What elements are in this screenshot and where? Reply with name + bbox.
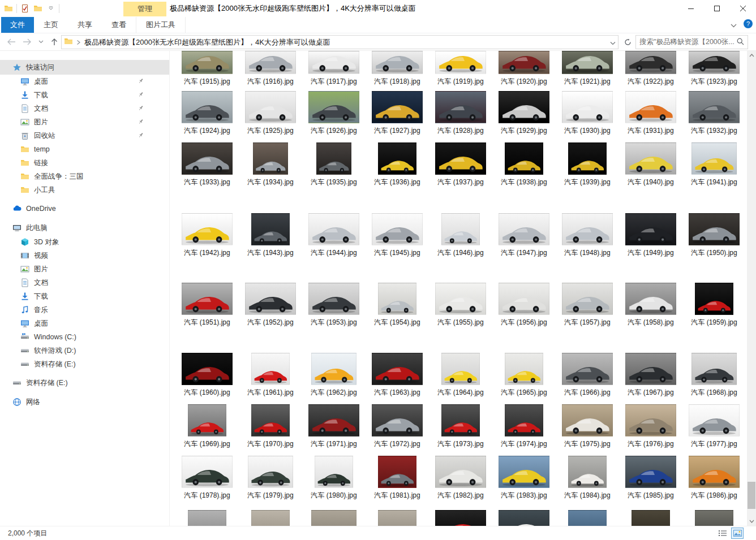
file-item[interactable]: 汽车 (1922).jpg	[619, 51, 682, 87]
file-thumbnail[interactable]	[441, 404, 480, 437]
file-item[interactable]: 汽车 (1976).jpg	[619, 404, 682, 449]
sidebar-item-quick-access[interactable]: 快速访问	[0, 60, 169, 75]
file-item[interactable]: 汽车 (1921).jpg	[556, 51, 619, 87]
up-icon[interactable]	[48, 35, 61, 49]
file-thumbnail[interactable]	[691, 142, 737, 175]
file-thumbnail[interactable]	[435, 283, 486, 315]
folder-icon[interactable]	[33, 3, 43, 14]
file-thumbnail[interactable]	[505, 404, 543, 437]
sidebar-item-network[interactable]: 网络	[0, 395, 169, 409]
file-item[interactable]: 汽车 (1929).jpg	[492, 91, 556, 136]
file-thumbnail[interactable]	[372, 91, 423, 123]
file-item[interactable]: 汽车 (1934).jpg	[239, 142, 302, 187]
file-thumbnail[interactable]	[315, 456, 353, 488]
maximize-button[interactable]	[704, 0, 730, 17]
sidebar-item-pc-4[interactable]: 下载	[0, 290, 169, 303]
sidebar-item-5[interactable]: temp	[0, 142, 169, 156]
sidebar-item-1[interactable]: 下载	[0, 88, 169, 102]
file-thumbnail[interactable]	[182, 353, 233, 385]
file-item[interactable]: 汽车 (1991).jpg	[429, 510, 492, 526]
file-item[interactable]: 汽车 (1959).jpg	[682, 283, 746, 327]
file-thumbnail[interactable]	[568, 510, 607, 526]
search-input[interactable]: 搜索"极品稀缺资源【2000张...	[635, 35, 748, 49]
file-thumbnail[interactable]	[505, 353, 543, 385]
file-item[interactable]: 汽车 (1932).jpg	[682, 91, 746, 136]
file-thumbnail[interactable]	[441, 213, 480, 245]
file-item[interactable]: 汽车 (1994).jpg	[619, 510, 682, 526]
file-item[interactable]: 汽车 (1949).jpg	[619, 213, 682, 258]
file-thumbnail[interactable]	[689, 51, 740, 74]
breadcrumb[interactable]: 极品稀缺资源【2000张无水印超级跑车壁纸图片】，4K大分辨率可以做桌面	[84, 37, 610, 47]
file-item[interactable]: 汽车 (1971).jpg	[302, 404, 366, 449]
file-item[interactable]: 汽车 (1947).jpg	[492, 213, 556, 258]
file-thumbnail[interactable]	[625, 456, 676, 488]
file-thumbnail[interactable]	[499, 91, 549, 123]
sidebar-item-0[interactable]: 桌面	[0, 75, 169, 88]
file-item[interactable]: 汽车 (1985).jpg	[619, 456, 682, 500]
sidebar-item-pc-2[interactable]: 图片	[0, 262, 169, 276]
file-item[interactable]: 汽车 (1930).jpg	[556, 91, 619, 136]
file-thumbnail[interactable]	[182, 283, 233, 315]
file-item[interactable]: 汽车 (1935).jpg	[302, 142, 366, 187]
file-item[interactable]: 汽车 (1944).jpg	[302, 213, 366, 258]
file-item[interactable]: 汽车 (1925).jpg	[239, 91, 302, 136]
file-thumbnail[interactable]	[308, 51, 359, 74]
file-thumbnail[interactable]	[311, 510, 356, 526]
file-thumbnail[interactable]	[625, 142, 676, 175]
file-item[interactable]: 汽车 (1963).jpg	[366, 353, 429, 398]
file-thumbnail[interactable]	[562, 91, 613, 123]
file-item[interactable]: 汽车 (1917).jpg	[302, 51, 366, 87]
file-thumbnail[interactable]	[308, 404, 359, 437]
file-item[interactable]: 汽车 (1937).jpg	[429, 142, 492, 187]
file-item[interactable]: 汽车 (1977).jpg	[682, 404, 746, 449]
sidebar-item-6[interactable]: 链接	[0, 156, 169, 170]
file-item[interactable]: 汽车 (1969).jpg	[175, 404, 239, 449]
file-thumbnail[interactable]	[689, 404, 740, 437]
file-thumbnail[interactable]	[245, 91, 296, 123]
file-thumbnail[interactable]	[435, 510, 486, 526]
file-thumbnail[interactable]	[499, 510, 549, 526]
search-icon[interactable]	[737, 37, 744, 47]
file-item[interactable]: 汽车 (1982).jpg	[429, 456, 492, 500]
folder-icon[interactable]	[3, 3, 14, 14]
file-item[interactable]: 汽车 (1961).jpg	[239, 353, 302, 398]
file-thumbnail[interactable]	[251, 404, 290, 437]
vertical-scrollbar[interactable]	[747, 51, 756, 526]
tab-0[interactable]: 主页	[34, 17, 68, 33]
file-item[interactable]: 汽车 (1970).jpg	[239, 404, 302, 449]
file-thumbnail[interactable]	[182, 51, 233, 74]
file-item[interactable]: 汽车 (1981).jpg	[366, 456, 429, 500]
file-thumbnail[interactable]	[251, 353, 290, 385]
file-thumbnail[interactable]	[695, 283, 733, 315]
file-thumbnail[interactable]	[691, 353, 737, 385]
file-item[interactable]: 汽车 (1956).jpg	[492, 283, 556, 327]
file-thumbnail[interactable]	[435, 91, 486, 123]
file-item[interactable]: 汽车 (1989).jpg	[302, 510, 366, 526]
file-item[interactable]: 汽车 (1918).jpg	[366, 51, 429, 87]
file-item[interactable]: 汽车 (1939).jpg	[556, 142, 619, 187]
file-thumbnail[interactable]	[435, 456, 486, 488]
refresh-icon[interactable]	[621, 35, 634, 49]
file-item[interactable]: 汽车 (1965).jpg	[492, 353, 556, 398]
file-item[interactable]: 汽车 (1928).jpg	[429, 91, 492, 136]
scroll-down-icon[interactable]	[747, 517, 756, 526]
qat-dropdown-chevron-icon[interactable]	[46, 3, 56, 14]
sidebar-item-onedrive[interactable]: OneDrive	[0, 201, 169, 216]
sidebar-item-4[interactable]: 回收站	[0, 129, 169, 142]
file-thumbnail[interactable]	[378, 142, 416, 175]
file-item[interactable]: 汽车 (1993).jpg	[556, 510, 619, 526]
file-thumbnail[interactable]	[248, 456, 293, 488]
file-thumbnail[interactable]	[625, 91, 676, 123]
file-item[interactable]: 汽车 (1990).jpg	[366, 510, 429, 526]
file-thumbnail[interactable]	[499, 456, 549, 488]
file-thumbnail[interactable]	[308, 283, 359, 315]
file-item[interactable]: 汽车 (1975).jpg	[556, 404, 619, 449]
file-thumbnail[interactable]	[689, 91, 740, 123]
file-thumbnail[interactable]	[308, 91, 359, 123]
file-thumbnail[interactable]	[372, 51, 423, 74]
file-item[interactable]: 汽车 (1987).jpg	[175, 510, 239, 526]
file-item[interactable]: 汽车 (1943).jpg	[239, 213, 302, 258]
sidebar-item-pc-7[interactable]: Windows (C:)	[0, 330, 169, 344]
file-thumbnail[interactable]	[378, 456, 416, 488]
tab-picture-tools[interactable]: 图片工具	[136, 17, 186, 33]
